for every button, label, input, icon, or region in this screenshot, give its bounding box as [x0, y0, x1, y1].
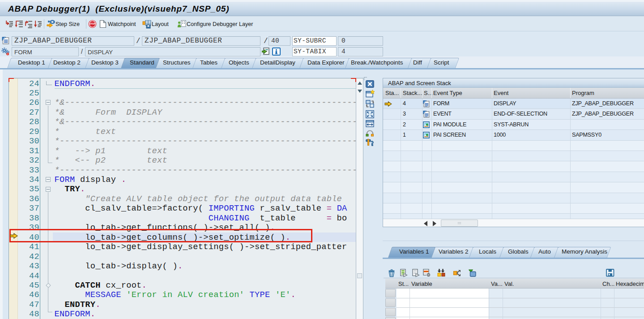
svg-text:STOP: STOP	[90, 22, 96, 25]
